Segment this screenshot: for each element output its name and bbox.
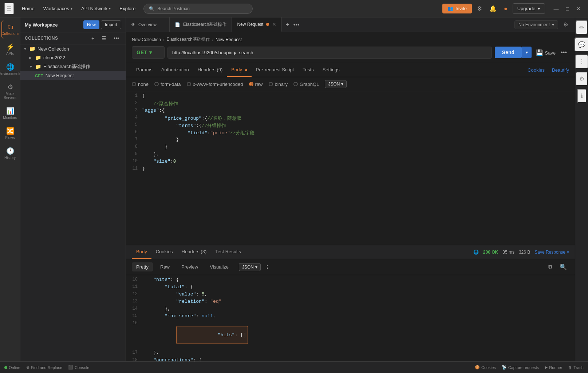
right-edit-button[interactable]: ✏ — [576, 20, 588, 35]
resp-copy-button[interactable]: ⧉ — [546, 262, 555, 273]
cloud2022-toggle[interactable]: ▶ — [29, 56, 35, 60]
send-button[interactable]: Send — [495, 47, 522, 58]
req-tab-pre-request[interactable]: Pre-request Script — [252, 63, 299, 77]
add-tab-button[interactable]: + — [283, 19, 291, 30]
resp-tab-headers[interactable]: Headers (3) — [177, 245, 211, 259]
breadcrumb-part2[interactable]: Elasticsearch基础操作 — [166, 36, 210, 43]
sidebar-flows-label: Flows — [5, 136, 15, 140]
bottom-trash[interactable]: 🗑 Trash — [568, 365, 584, 370]
body-opt-urlencoded[interactable]: x-www-form-urlencoded — [187, 82, 243, 87]
save-button[interactable]: 💾 Save — [536, 49, 556, 56]
resp-tab-cookies[interactable]: Cookies — [151, 245, 177, 259]
nav-home[interactable]: Home — [18, 4, 38, 13]
nav-explore[interactable]: Explore — [116, 4, 139, 13]
sidebar-mock-label: Mock Servers — [4, 92, 17, 100]
bottom-find-replace[interactable]: ⊕ Find and Replace — [26, 365, 62, 370]
invite-button[interactable]: 👥 Invite — [442, 4, 472, 13]
search-bar[interactable]: 🔍 Search Postman — [143, 4, 253, 14]
body-opt-raw[interactable]: raw — [249, 82, 263, 87]
method-label: GET — [137, 49, 147, 55]
close-button[interactable]: ✕ — [573, 4, 584, 13]
body-opt-none[interactable]: none — [132, 82, 149, 87]
new-collection-item[interactable]: ▼ 📁 New Collection — [20, 44, 126, 53]
notification-icon-button[interactable]: 🔔 — [487, 3, 499, 14]
upgrade-button[interactable]: Upgrade ▾ — [513, 3, 545, 14]
elasticsearch-toggle[interactable]: ▼ — [29, 65, 35, 69]
right-more-button[interactable]: ⋮ — [575, 55, 588, 69]
tab-elasticsearch[interactable]: 📄 Elasticsearch基础操作 — [170, 17, 232, 32]
import-button[interactable]: Import — [101, 20, 121, 29]
bottom-online[interactable]: Online — [4, 365, 20, 370]
resp-filter-button[interactable]: ⫶ — [264, 263, 271, 271]
cookies-link[interactable]: Cookies — [528, 67, 545, 73]
body-opt-binary[interactable]: binary — [269, 82, 288, 87]
req-tab-headers[interactable]: Headers (9) — [193, 63, 227, 77]
response-code-editor[interactable]: 10 "hits": { 11 "total": { 12 "value": 5… — [126, 275, 575, 361]
code-line-10: 10 "size":0 — [126, 158, 575, 166]
req-tab-settings[interactable]: Settings — [318, 63, 344, 77]
resp-body-tab-raw[interactable]: Raw — [156, 262, 174, 271]
url-input[interactable] — [167, 47, 492, 59]
sidebar-item-flows[interactable]: 🔀 Flows — [1, 124, 19, 143]
settings-icon-button[interactable]: ⚙ — [475, 3, 484, 14]
sidebar-item-mock-servers[interactable]: ⚙ Mock Servers — [1, 80, 19, 103]
nav-api-network[interactable]: API Network ▾ — [78, 4, 114, 13]
req-tab-body[interactable]: Body — [227, 63, 251, 77]
cloud2022-item[interactable]: ▶ 📁 cloud2022 — [20, 53, 126, 62]
bottom-cookies[interactable]: 🍪 Cookies — [475, 365, 496, 370]
resp-body-tab-preview[interactable]: Preview — [177, 262, 202, 271]
new-request-tab-close-icon[interactable]: ✕ — [272, 21, 276, 27]
breadcrumb-part1[interactable]: New Collection — [132, 37, 161, 42]
more-tabs-button[interactable]: ••• — [291, 19, 302, 30]
resp-tab-body[interactable]: Body — [132, 245, 151, 259]
resp-tab-test-results[interactable]: Test Results — [211, 245, 245, 259]
beautify-link[interactable]: Beautify — [552, 67, 569, 73]
sidebar-item-apis[interactable]: ⚡ APIs — [1, 40, 19, 59]
more-request-button[interactable]: ••• — [559, 47, 569, 58]
right-info-button[interactable]: ℹ — [577, 89, 587, 103]
sort-collections-button[interactable]: ☰ — [99, 35, 108, 42]
right-comment-button[interactable]: 💬 — [575, 37, 588, 52]
resp-body-tab-pretty[interactable]: Pretty — [132, 262, 153, 271]
new-request-tree-item[interactable]: GET New Request — [20, 71, 126, 80]
maximize-button[interactable]: □ — [563, 4, 572, 13]
env-selector[interactable]: No Environment ▾ — [514, 20, 558, 29]
save-response-button[interactable]: Save Response ▾ — [534, 250, 569, 255]
body-opt-graphql[interactable]: GraphQL — [293, 82, 319, 87]
add-collection-button[interactable]: + — [89, 35, 96, 42]
bottom-capture-requests[interactable]: 📡 Capture requests — [502, 365, 539, 370]
urlencoded-radio-dot — [187, 82, 191, 86]
nav-workspaces[interactable]: Workspaces ▾ — [40, 4, 76, 13]
bottom-runner[interactable]: ▶ Runner — [545, 365, 562, 370]
sidebar-item-environments[interactable]: 🌐 Environments — [1, 60, 19, 79]
api-network-arrow-icon: ▾ — [109, 7, 111, 11]
minimize-button[interactable]: — — [551, 4, 562, 13]
body-opt-form-data[interactable]: form-data — [154, 82, 181, 87]
resp-body-tab-visualize[interactable]: Visualize — [205, 262, 233, 271]
avatar-icon-button[interactable]: ● — [502, 3, 510, 14]
sidebar-item-history[interactable]: 🕐 History — [1, 144, 19, 163]
sidebar-item-monitors[interactable]: 📊 Monitors — [1, 104, 19, 123]
resp-search-button[interactable]: 🔍 — [557, 261, 569, 273]
new-collection-toggle[interactable]: ▼ — [23, 47, 29, 51]
resp-json-format-select[interactable]: JSON ▾ — [239, 263, 261, 271]
more-collections-button[interactable]: ••• — [111, 35, 121, 42]
right-settings-button[interactable]: ⚙ — [576, 72, 588, 86]
elasticsearch-item[interactable]: ▼ 📁 Elasticsearch基础操作 — [20, 62, 126, 71]
send-dropdown-button[interactable]: ▾ — [522, 47, 532, 58]
req-tab-params[interactable]: Params — [132, 63, 157, 77]
req-tab-tests[interactable]: Tests — [298, 63, 318, 77]
method-select[interactable]: GET ▾ — [132, 46, 165, 59]
overview-tab-icon: 👁 — [131, 22, 135, 27]
req-tab-authorization[interactable]: Authorization — [157, 63, 193, 77]
tab-new-request[interactable]: New Request ✕ — [232, 17, 282, 32]
new-button[interactable]: New — [83, 20, 99, 29]
sidebar-item-collections[interactable]: 🗂 Collections — [1, 20, 19, 39]
request-code-editor[interactable]: 1 { 2 //聚合操作 3 "aggs":{ 4 "price_group":… — [126, 91, 575, 245]
bottom-console[interactable]: ⬛ Console — [68, 365, 89, 370]
breadcrumb-sep1: / — [163, 37, 164, 42]
menu-icon[interactable]: ☰ — [4, 3, 14, 14]
json-format-select[interactable]: JSON ▾ — [325, 80, 347, 88]
tab-overview[interactable]: 👁 Overview — [126, 17, 170, 32]
env-settings-button[interactable]: ⚙ — [561, 19, 571, 30]
